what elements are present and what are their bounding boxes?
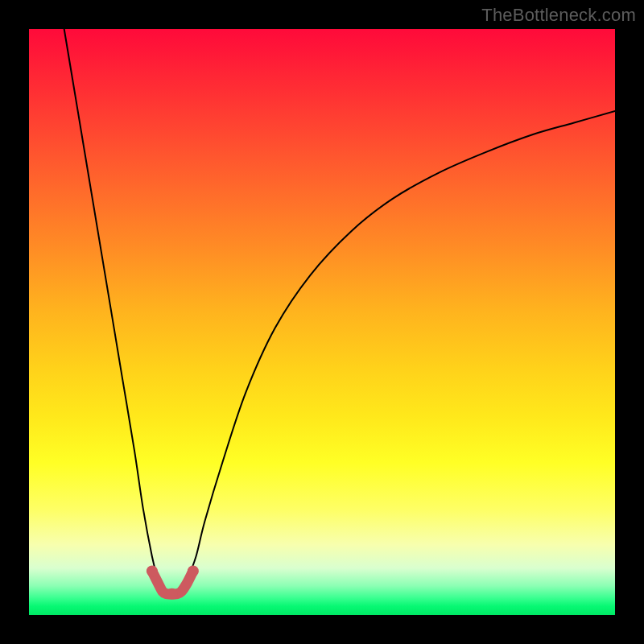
bottom-marker-dot	[147, 565, 158, 576]
left-branch-path	[64, 29, 163, 592]
watermark-text: TheBottleneck.com	[481, 5, 636, 26]
chart-frame: TheBottleneck.com	[0, 0, 644, 644]
right-branch-path	[181, 111, 615, 592]
bottom-marker-dot	[167, 588, 178, 600]
plot-area	[29, 29, 615, 615]
curve-layer	[29, 29, 615, 615]
bottom-marker-dot	[188, 565, 199, 576]
